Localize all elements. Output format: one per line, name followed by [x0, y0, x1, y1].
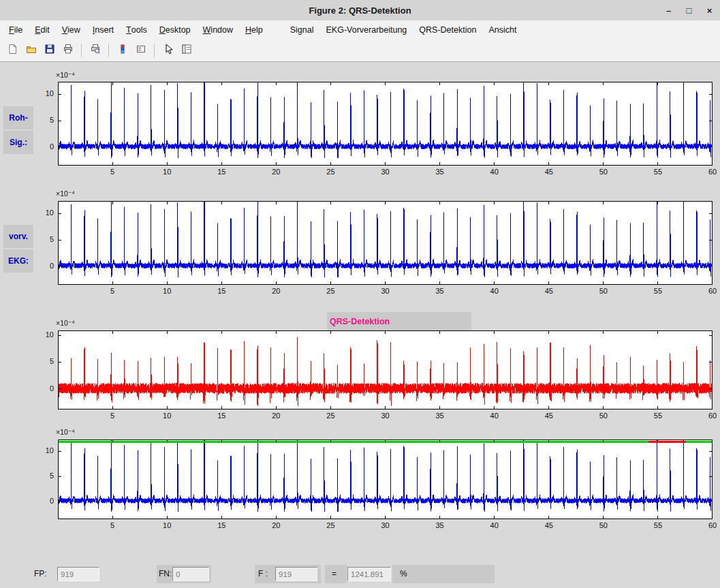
x-tick-label: 10: [159, 412, 175, 420]
x-tick-label: 40: [486, 168, 503, 176]
x-tick-label: 15: [213, 412, 230, 420]
preprocessed-label-line2: EKG:: [3, 249, 33, 273]
x-tick-label: 45: [541, 521, 557, 529]
preprocessed-ecg-axes[interactable]: [58, 201, 713, 285]
plot-browser-button[interactable]: [178, 42, 195, 59]
raw-signal-axes[interactable]: [58, 82, 713, 166]
fn-field[interactable]: [172, 567, 209, 581]
open-file-button[interactable]: [22, 42, 40, 59]
menu-item-view[interactable]: View: [56, 20, 87, 40]
y-tick-label: 10: [35, 446, 54, 454]
x-tick-label: 5: [104, 521, 121, 529]
x-tick-label: 60: [704, 287, 720, 295]
figure-area: ×10⁻⁴ ×10⁻⁴ ×10⁻⁴ ×10⁻⁴ Roh- Sig.: vorv.…: [0, 0, 720, 588]
raw-signal-label-line2: Sig.:: [3, 131, 33, 154]
maximize-button[interactable]: □: [684, 6, 694, 15]
insert-legend-icon: [136, 44, 146, 57]
y-tick-label: 5: [35, 357, 54, 365]
menu-item-desktop[interactable]: Desktop: [153, 20, 197, 40]
detection-result-axes[interactable]: [58, 439, 713, 519]
new-figure-icon: [7, 44, 18, 57]
x-tick-label: 5: [104, 168, 121, 176]
window-controls: – □ ×: [663, 0, 715, 20]
x-tick-label: 10: [159, 521, 175, 529]
y-tick-label: 10: [35, 330, 54, 339]
toolbar: [0, 40, 720, 62]
window-title: Figure 2: QRS-Detektion: [0, 5, 720, 16]
x-tick-label: 55: [650, 287, 666, 295]
menu-item-tools[interactable]: Tools: [120, 20, 153, 40]
close-button[interactable]: ×: [704, 6, 715, 15]
fp-label: FP:: [34, 569, 47, 578]
menu-item-ansicht[interactable]: Ansicht: [482, 20, 522, 40]
x-tick-label: 35: [432, 168, 448, 176]
figure-window: Figure 2: QRS-Detektion – □ × FileEditVi…: [0, 0, 720, 588]
x-tick-label: 20: [268, 168, 284, 176]
new-figure-button[interactable]: [4, 42, 21, 59]
y-axis-exponent-1: ×10⁻⁴: [56, 71, 75, 79]
y-axis-exponent-2: ×10⁻⁴: [56, 189, 75, 198]
insert-legend-button[interactable]: [132, 42, 149, 59]
y-tick-label: 10: [35, 208, 54, 217]
save-figure-icon: [44, 44, 55, 57]
x-tick-label: 10: [159, 287, 175, 295]
menu-item-signal[interactable]: Signal: [284, 20, 320, 40]
x-tick-label: 40: [486, 287, 503, 295]
x-tick-label: 40: [486, 521, 503, 529]
x-tick-label: 50: [595, 521, 612, 529]
x-tick-label: 45: [541, 168, 557, 176]
menu-item-edit[interactable]: Edit: [29, 20, 56, 40]
x-tick-label: 45: [541, 412, 557, 420]
title-bar[interactable]: Figure 2: QRS-Detektion – □ ×: [0, 0, 720, 21]
menu-item-file[interactable]: File: [3, 20, 29, 40]
insert-colorbar-button[interactable]: [114, 42, 131, 59]
x-tick-label: 5: [104, 287, 121, 295]
menu-item-ekg-vorverarbeitung[interactable]: EKG-Vorverarbeitung: [320, 20, 413, 40]
f-field[interactable]: [275, 567, 317, 581]
print-figure-button[interactable]: [59, 42, 76, 59]
qrs-detection-axes[interactable]: [58, 330, 713, 409]
ratio-field[interactable]: [347, 567, 391, 581]
x-tick-label: 55: [650, 168, 666, 176]
edit-plot-button[interactable]: [159, 42, 176, 59]
y-axis-exponent-4: ×10⁻⁴: [56, 428, 75, 436]
x-tick-label: 50: [595, 412, 612, 420]
print-preview-icon: [90, 44, 101, 57]
x-tick-label: 55: [650, 412, 666, 420]
percent-label: %: [400, 569, 407, 578]
menu-item-qrs-detektion[interactable]: QRS-Detektion: [413, 20, 482, 40]
y-tick-label: 10: [35, 89, 54, 97]
open-file-icon: [26, 44, 37, 57]
y-tick-label: 0: [35, 497, 54, 505]
x-tick-label: 50: [595, 287, 612, 295]
x-tick-label: 35: [432, 287, 448, 295]
f-label: F :: [258, 569, 268, 578]
y-axis-exponent-3: ×10⁻⁴: [56, 319, 75, 327]
toolbar-separator: [154, 44, 155, 57]
y-tick-label: 5: [35, 116, 54, 124]
equals-label: =: [332, 569, 336, 578]
save-figure-button[interactable]: [41, 42, 58, 59]
print-preview-button[interactable]: [87, 42, 104, 59]
toolbar-separator: [108, 44, 109, 57]
menu-item-insert[interactable]: Insert: [87, 20, 120, 40]
x-tick-label: 30: [377, 412, 394, 420]
minimize-button[interactable]: –: [663, 6, 674, 15]
x-tick-label: 35: [432, 521, 448, 529]
print-figure-icon: [63, 44, 74, 57]
menu-item-help[interactable]: Help: [239, 20, 269, 40]
plot-browser-icon: [181, 44, 192, 57]
x-tick-label: 15: [213, 168, 230, 176]
x-tick-label: 35: [432, 412, 448, 420]
x-tick-label: 60: [704, 521, 720, 529]
x-tick-label: 45: [541, 287, 557, 295]
x-tick-label: 30: [377, 287, 394, 295]
x-tick-label: 25: [322, 521, 339, 529]
menu-item-window[interactable]: Window: [197, 20, 239, 40]
fp-field[interactable]: [57, 567, 99, 581]
toolbar-separator: [81, 44, 82, 57]
insert-colorbar-icon: [117, 44, 128, 57]
edit-plot-icon: [163, 44, 174, 57]
fn-label: FN:: [159, 569, 172, 578]
y-tick-label: 0: [35, 384, 54, 392]
